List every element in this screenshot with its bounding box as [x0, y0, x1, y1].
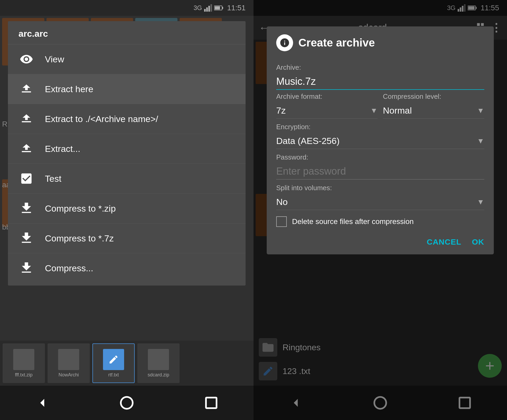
- ok-button[interactable]: OK: [472, 237, 484, 246]
- extract-here-icon: [18, 81, 34, 97]
- compression-level-group: Compression level: Normal ▼: [383, 92, 484, 119]
- menu-item-compress-7z[interactable]: Compress to *.7z: [8, 223, 246, 253]
- right-panel: 3G 11:55 ← sdcard: [253, 0, 507, 420]
- thumb-item[interactable]: fff.txt.zip: [3, 343, 45, 383]
- split-label: Split into volumes:: [276, 184, 484, 192]
- menu-item-extract-here[interactable]: Extract here: [8, 74, 246, 104]
- menu-item-compress[interactable]: Compress...: [8, 253, 246, 283]
- compression-level-label: Compression level:: [383, 92, 484, 101]
- context-menu: arc.arc View Extract here Extract to ./<…: [8, 21, 246, 286]
- thumb-item[interactable]: NowArchi: [48, 343, 90, 383]
- password-group: Password:: [276, 153, 484, 180]
- thumb-icon: [58, 349, 79, 370]
- recents-button-left[interactable]: [201, 392, 222, 413]
- dialog-title: Create archive: [298, 36, 375, 49]
- dialog-body: Archive: Archive format: 7z ▼ Compressio…: [267, 57, 494, 230]
- format-compression-row: Archive format: 7z ▼ Compression level: …: [276, 92, 484, 119]
- compression-dropdown-arrow: ▼: [477, 106, 484, 115]
- menu-item-extract-to[interactable]: Extract to ./<Archive name>/: [8, 104, 246, 134]
- compress-icon: [18, 260, 34, 276]
- left-panel: 3G 11:51 Ri aa bb: [0, 0, 253, 420]
- create-archive-dialog: Create archive Archive: Archive format: …: [267, 26, 494, 254]
- thumb-icon: [13, 349, 34, 370]
- svg-marker-7: [40, 399, 44, 407]
- encryption-group: Encryption: Data (AES-256) ▼: [276, 123, 484, 149]
- menu-item-extract[interactable]: Extract...: [8, 134, 246, 164]
- bottom-nav-left: [0, 386, 253, 420]
- thumb-label: rtf.txt: [108, 372, 119, 378]
- archive-format-label: Archive format:: [276, 92, 378, 101]
- dialog-overlay: Create archive Archive: Archive format: …: [253, 0, 507, 420]
- menu-item-test[interactable]: Test: [8, 164, 246, 194]
- menu-compress-label: Compress...: [45, 263, 93, 273]
- encryption-label: Encryption:: [276, 123, 484, 131]
- test-icon: [18, 171, 34, 186]
- extract-to-icon: [18, 111, 34, 127]
- menu-extract-here-label: Extract here: [45, 84, 93, 94]
- menu-compress-7z-label: Compress to *.7z: [45, 233, 114, 244]
- encryption-value: Data (AES-256): [276, 136, 474, 146]
- encryption-dropdown-arrow: ▼: [477, 137, 484, 145]
- archive-format-value: 7z: [276, 105, 368, 116]
- menu-test-label: Test: [45, 174, 61, 184]
- archive-format-select[interactable]: 7z ▼: [276, 103, 378, 119]
- thumb-label: NowArchi: [58, 372, 79, 378]
- context-menu-title: arc.arc: [8, 21, 246, 44]
- file-thumbs-row: fff.txt.zip NowArchi rtf.txt sdcard.zip: [0, 341, 253, 386]
- svg-point-8: [121, 397, 133, 409]
- compress-zip-icon: [18, 200, 34, 216]
- compression-level-value: Normal: [383, 105, 474, 116]
- menu-view-label: View: [45, 54, 64, 64]
- delete-source-checkbox[interactable]: [276, 216, 287, 227]
- split-dropdown-arrow: ▼: [477, 198, 484, 206]
- password-label: Password:: [276, 153, 484, 161]
- archive-format-group: Archive format: 7z ▼: [276, 92, 378, 119]
- menu-extract-label: Extract...: [45, 144, 80, 154]
- thumb-icon: [148, 349, 169, 370]
- extract-icon: [18, 141, 34, 157]
- menu-extract-to-label: Extract to ./<Archive name>/: [45, 114, 158, 124]
- thumb-item[interactable]: rtf.txt: [92, 343, 135, 383]
- archive-field-label: Archive:: [276, 63, 484, 72]
- home-button-left[interactable]: [116, 392, 137, 413]
- dialog-actions: CANCEL OK: [267, 230, 494, 246]
- eye-icon: [18, 51, 34, 67]
- split-value: No: [276, 197, 474, 207]
- thumb-item[interactable]: sdcard.zip: [137, 343, 180, 383]
- password-input[interactable]: [276, 164, 484, 180]
- split-group: Split into volumes: No ▼: [276, 184, 484, 210]
- compression-level-select[interactable]: Normal ▼: [383, 103, 484, 119]
- thumb-icon: [103, 349, 124, 370]
- menu-item-compress-zip[interactable]: Compress to *.zip: [8, 194, 246, 223]
- back-button-left[interactable]: [32, 392, 53, 413]
- archive-name-input[interactable]: [276, 74, 484, 90]
- info-icon: [276, 34, 293, 51]
- compress-7z-icon: [18, 230, 34, 246]
- dialog-header: Create archive: [267, 26, 494, 57]
- split-select[interactable]: No ▼: [276, 194, 484, 210]
- thumb-label: fff.txt.zip: [15, 372, 32, 378]
- menu-item-view[interactable]: View: [8, 44, 246, 74]
- thumb-label: sdcard.zip: [148, 372, 169, 378]
- menu-compress-zip-label: Compress to *.zip: [45, 203, 116, 214]
- cancel-button[interactable]: CANCEL: [427, 237, 461, 246]
- delete-source-row[interactable]: Delete source files after compression: [276, 216, 484, 227]
- encryption-select[interactable]: Data (AES-256) ▼: [276, 133, 484, 149]
- format-dropdown-arrow: ▼: [370, 106, 378, 115]
- svg-rect-9: [206, 398, 217, 408]
- delete-source-label: Delete source files after compression: [292, 217, 414, 226]
